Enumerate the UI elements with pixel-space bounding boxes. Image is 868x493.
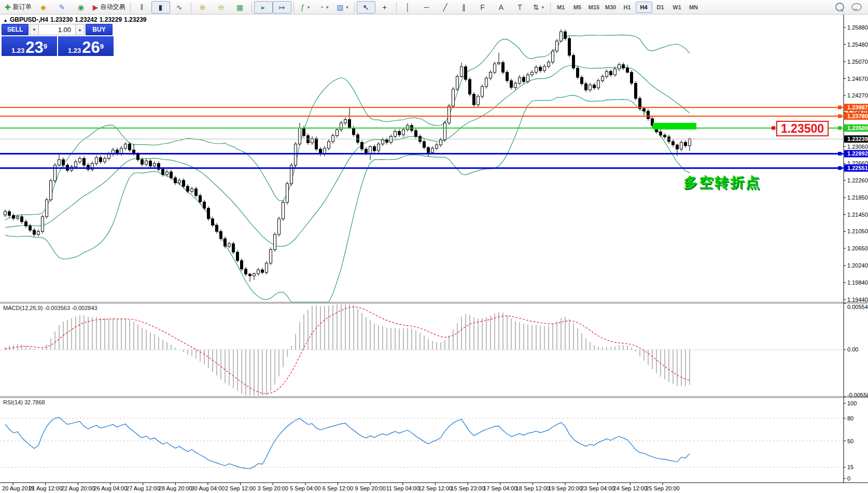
bar-chart-button[interactable]: ‖ [133, 1, 151, 13]
templates-icon: ▧ [337, 4, 343, 11]
rsi-indicator-label: RSI(14) 32.7868 [3, 399, 45, 405]
autotrading-button[interactable]: ▶自动交易 [90, 1, 128, 13]
ohlc-high: 1.23242 [75, 16, 97, 23]
search-icon[interactable] [835, 3, 844, 11]
green-highlight-zone[interactable] [653, 123, 696, 130]
text-icon: A [499, 4, 503, 11]
time-axis-label: 9 Sep 20:00 [355, 485, 385, 491]
rsi-axis-label: 0 [847, 475, 850, 482]
sell-quote[interactable]: 1.23 23 9 [2, 36, 57, 56]
time-axis-label: 22 Aug 20:00 [61, 485, 95, 491]
zoom-out-button[interactable]: ⊖ [212, 1, 231, 13]
timeframe-m15-button[interactable]: M15 [586, 2, 603, 13]
new-order-button[interactable]: ✚新订单 [2, 1, 34, 13]
chart-shift-button[interactable]: ↦ [273, 1, 291, 13]
zoom-out-icon: ⊖ [218, 4, 225, 11]
metaeditor-button[interactable]: ✎ [53, 1, 72, 13]
time-axis-label: 25 Sep 20:00 [646, 485, 679, 491]
buy-button[interactable]: BUY [86, 24, 113, 35]
buy-price-point: 9 [100, 39, 104, 54]
buy-price-prefix: 1.23 [68, 47, 81, 54]
chart-annotation-text[interactable]: 多空转折点 [683, 173, 761, 192]
price-badge-1.23500-text: 1.23500 [847, 125, 868, 131]
timeframe-h4-button[interactable]: H4 [636, 2, 652, 13]
chart-shift-icon: ↦ [279, 4, 285, 11]
periods-dropdown-arrow[interactable]: ▾ [326, 5, 329, 10]
text-label-button[interactable]: T [511, 1, 529, 13]
price-axis-label: 1.25880 [847, 24, 868, 31]
time-axis-label: 30 Aug 04:00 [191, 485, 225, 491]
price-axis-label: 1.21050 [847, 228, 868, 234]
line-chart-icon: ∿ [176, 4, 183, 11]
line-chart-button[interactable]: ∿ [170, 1, 189, 13]
trendline-icon: ╱ [443, 4, 447, 11]
arrows-dropdown-arrow[interactable]: ▾ [542, 5, 544, 10]
volume-increase-button[interactable]: ▲ [75, 24, 85, 35]
time-axis-label: 21 Aug 12:00 [29, 485, 62, 491]
timeframe-m1-button[interactable]: M1 [553, 2, 569, 13]
text-button[interactable]: A [492, 1, 511, 13]
time-axis-label: 11 Sep 04:00 [386, 485, 419, 491]
buy-quote[interactable]: 1.23 26 9 [58, 36, 114, 56]
timeframe-mn-button[interactable]: MN [685, 2, 702, 13]
indicators-button[interactable]: ƒ▾ [296, 1, 315, 13]
price-axis-label: 1.19840 [847, 279, 868, 286]
timeframe-m30-button[interactable]: M30 [603, 2, 619, 13]
rsi-axis-label: 100 [847, 400, 857, 406]
chat-icon[interactable] [851, 3, 862, 11]
price-axis-label: 1.21450 [847, 212, 868, 218]
candlestick-chart-icon: ▮ [159, 4, 163, 11]
equidistant-channel-button[interactable]: ∥ [455, 1, 473, 13]
candlestick-chart-button[interactable]: ▮ [151, 1, 170, 13]
vertical-line-icon: │ [405, 4, 410, 11]
crosshair-icon: + [382, 4, 386, 11]
horizontal-line-button[interactable]: ─ [417, 1, 436, 13]
time-axis-label: 23 Sep 04:00 [581, 485, 614, 491]
time-axis-label: 17 Sep 04:00 [483, 485, 517, 491]
sell-price-point: 9 [44, 39, 47, 54]
chart-canvas[interactable]: 1.258801.254801.250701.246701.242701.238… [0, 0, 868, 493]
periods-button[interactable]: ◔▾ [315, 1, 333, 13]
price-axis-label: 1.21850 [847, 194, 868, 201]
timeframe-d1-button[interactable]: D1 [652, 2, 669, 13]
toolbar-separator [191, 2, 191, 12]
indicators-dropdown-arrow[interactable]: ▾ [307, 5, 310, 10]
collapse-icon[interactable]: ▲ [3, 18, 8, 23]
cursor-icon: ↖ [363, 4, 369, 11]
auto-scroll-button[interactable]: ▸ [254, 1, 273, 13]
toolbar: ✚新订单◆✎◉▶自动交易‖▮∿⊕⊖▦▸↦ƒ▾◔▾▧▾↖+│─╱∥FAT⇅▾ M1… [0, 0, 868, 15]
price-badge-1.23780-text: 1.23780 [847, 113, 868, 119]
arrows-button[interactable]: ⇅▾ [529, 1, 548, 13]
tile-windows-button[interactable]: ▦ [231, 1, 249, 13]
price-axis-label: 1.20240 [847, 262, 868, 269]
sell-price-prefix: 1.23 [11, 47, 24, 54]
timeframe-m5-button[interactable]: M5 [569, 2, 586, 13]
time-axis-label: 12 Sep 12:00 [418, 485, 452, 491]
timeframe-h1-button[interactable]: H1 [619, 2, 636, 13]
sell-button[interactable]: SELL [2, 24, 29, 35]
time-axis-label: 26 Aug 04:00 [94, 485, 128, 491]
price-badge-1.22551-text: 1.22551 [847, 165, 868, 171]
price-badge-1.22892-text: 1.22892 [847, 150, 868, 157]
zoom-in-button[interactable]: ⊕ [193, 1, 212, 13]
signals-button[interactable]: ◉ [72, 1, 90, 13]
chart-window-button[interactable]: ◆ [34, 1, 53, 13]
equidistant-channel-icon: ∥ [462, 4, 466, 11]
crosshair-button[interactable]: + [375, 1, 394, 13]
templates-button[interactable]: ▧▾ [333, 1, 352, 13]
volume-decrease-button[interactable]: ▼ [30, 24, 39, 35]
timeframe-bar: M1M5M15M30H1H4D1W1MN [553, 2, 702, 13]
vertical-line-button[interactable]: │ [399, 1, 417, 13]
autotrading-label: 自动交易 [101, 3, 125, 11]
toolbar-separator [550, 2, 551, 12]
templates-dropdown-arrow[interactable]: ▾ [346, 5, 348, 10]
metaeditor-icon: ✎ [59, 4, 65, 11]
macd-indicator-label: MACD(12,26,9) -0.003563 -0.002843 [3, 305, 97, 311]
timeframe-w1-button[interactable]: W1 [669, 2, 685, 13]
fibonacci-button[interactable]: F [473, 1, 492, 13]
toolbar-separator [130, 2, 131, 12]
volume-input[interactable]: 1.00 [39, 24, 75, 35]
cursor-button[interactable]: ↖ [357, 1, 375, 13]
trendline-button[interactable]: ╱ [436, 1, 455, 13]
price-callout-box[interactable]: 1.23500 [776, 121, 829, 136]
